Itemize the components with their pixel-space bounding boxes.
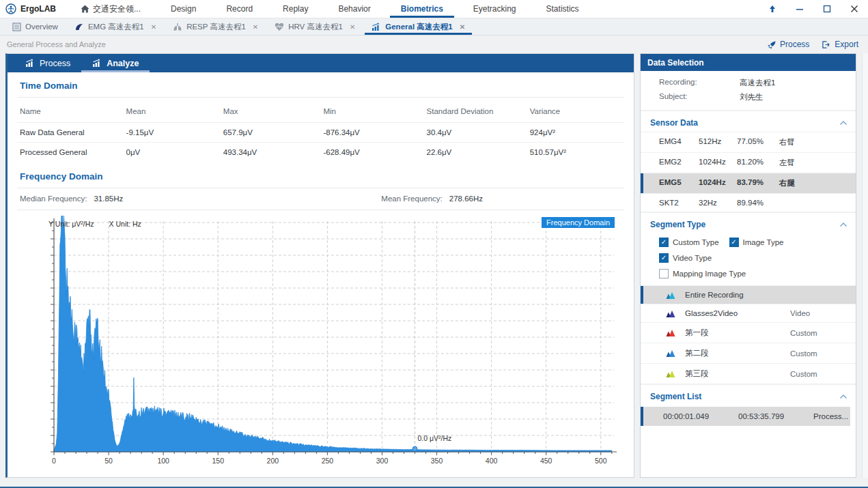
sensor-name: SKT2	[659, 199, 699, 207]
menu-bar: ErgoLAB 交通安全领...DesignRecordReplayBehavi…	[0, 0, 868, 18]
checkbox-checked-icon[interactable]: ✓	[659, 238, 669, 247]
sensor-name: EMG5	[659, 178, 699, 188]
sensor-quality: 83.79%	[737, 178, 779, 188]
data-selection-panel: Data Selection Recording: 高速去程1 Subject:…	[640, 53, 856, 478]
checkbox-label: Video Type	[673, 254, 712, 262]
doc-tab-label: HRV 高速去程1	[288, 22, 343, 32]
up-arrow-icon	[768, 5, 776, 13]
checkbox-video-type[interactable]: ✓Video Type	[659, 253, 712, 263]
x-axis-tick-label: 100	[157, 457, 169, 465]
checkbox-image-type[interactable]: ✓Image Type	[729, 238, 784, 247]
minimize-button[interactable]	[786, 0, 813, 18]
menu-item-label: Statistics	[546, 4, 579, 14]
table-cell: 657.9μV	[221, 123, 321, 143]
sensor-row-skt2[interactable]: SKT232Hz89.94%	[641, 193, 856, 212]
segment-item-2[interactable]: 第一段Custom	[641, 322, 856, 343]
segment-icon	[666, 369, 675, 378]
x-axis-tick-label: 450	[540, 457, 552, 465]
checkbox-mapping-image-type[interactable]: Mapping Image Type	[659, 269, 845, 278]
subject-label: Subject:	[659, 92, 740, 102]
checkbox-checked-icon[interactable]: ✓	[729, 238, 739, 247]
segment-item-3[interactable]: 第二段Custom	[641, 343, 856, 363]
menu-item-[interactable]: 交通安全领...	[66, 0, 156, 18]
close-tab-icon[interactable]: ✕	[151, 23, 156, 31]
doc-tab-label: General 高速去程1	[385, 22, 452, 32]
table-column-header: Variance	[527, 100, 624, 123]
process-button-label: Process	[780, 40, 809, 49]
x-axis-tick-label: 250	[322, 457, 334, 465]
segment-time-row[interactable]: 00:00:01.04900:53:35.799Process...	[641, 407, 850, 426]
chart-unit-labels: Y Unit: μV²/Hz X Unit: Hz	[48, 220, 141, 228]
menu-item-behavior[interactable]: Behavior	[323, 0, 385, 18]
checkbox-unchecked-icon[interactable]	[659, 269, 669, 278]
y-unit-label: Y Unit: μV²/Hz	[48, 220, 94, 228]
checkbox-checked-icon[interactable]: ✓	[659, 253, 669, 263]
x-unit-label: X Unit: Hz	[109, 220, 141, 228]
segment-label: 第二段	[685, 348, 709, 358]
checkbox-custom-type[interactable]: ✓Custom Type	[659, 238, 719, 247]
menu-item-biometrics[interactable]: Biometrics	[386, 0, 458, 18]
doc-tab-label: Overview	[25, 23, 58, 31]
segment-item-4[interactable]: 第三段Custom	[641, 363, 856, 384]
sensor-name: EMG4	[659, 137, 699, 147]
chart-legend-badge: Frequency Domain	[542, 217, 615, 228]
sensor-row-emg2[interactable]: EMG21024Hz81.20%左臂	[641, 152, 856, 173]
sensor-row-emg5[interactable]: EMG51024Hz83.79%右腿	[641, 173, 856, 193]
sensor-name: EMG2	[659, 158, 699, 168]
chevron-up-icon[interactable]	[839, 120, 848, 126]
segment-list-section-header[interactable]: Segment List	[641, 385, 856, 405]
vertical-scrollbar[interactable]	[862, 53, 868, 478]
spectrum-plot[interactable]: 0501001502002503003504004505000.0 μV²/Hz	[23, 216, 627, 470]
chart-icon	[92, 59, 102, 68]
menu-item-replay[interactable]: Replay	[268, 0, 323, 18]
export-button[interactable]: Export	[822, 40, 858, 49]
segment-type-section-header[interactable]: Segment Type	[641, 213, 856, 233]
sensor-data-title: Sensor Data	[650, 118, 698, 128]
mean-frequency-value: 278.66Hz	[449, 195, 483, 203]
close-tab-icon[interactable]: ✕	[350, 23, 355, 31]
doc-tab-overview[interactable]: Overview	[4, 18, 66, 35]
table-column-header: Max	[221, 100, 321, 123]
segment-item-0[interactable]: Entire Recording	[641, 285, 856, 304]
chevron-up-icon[interactable]	[839, 394, 848, 399]
menu-item-design[interactable]: Design	[156, 0, 211, 18]
x-axis-tick-label: 0	[52, 457, 56, 465]
doc-tab-general[interactable]: General 高速去程1✕	[363, 18, 473, 35]
panel-tab-analyze[interactable]: Analyze	[81, 54, 150, 72]
table-cell: 30.4μV	[424, 123, 527, 143]
menu-item-label: Behavior	[338, 4, 370, 14]
segment-item-1[interactable]: Glasses2VideoVideo	[641, 304, 856, 322]
sensor-data-section-header[interactable]: Sensor Data	[641, 111, 856, 132]
breadcrumb: General Process and Analyze	[7, 40, 106, 48]
median-frequency-value: 31.85Hz	[94, 195, 123, 203]
menu-item-statistics[interactable]: Statistics	[531, 0, 594, 18]
close-button[interactable]	[841, 0, 868, 18]
sensor-location: 左臂	[779, 158, 856, 168]
main-menu: 交通安全领...DesignRecordReplayBehaviorBiomet…	[66, 0, 594, 18]
frequency-stats: Median Frequency: 31.85Hz Mean Frequency…	[17, 188, 624, 210]
frequency-domain-chart[interactable]: 0501001502002503003504004505000.0 μV²/Hz…	[23, 216, 627, 477]
process-button[interactable]: Process	[768, 40, 809, 49]
doc-tab-resp[interactable]: RESP 高速去程1✕	[165, 18, 266, 35]
sensor-row-emg4[interactable]: EMG4512Hz77.05%右臂	[641, 132, 856, 152]
table-row: Processed General0μV493.34μV-628.49μV22.…	[17, 143, 624, 162]
menu-item-record[interactable]: Record	[211, 0, 268, 18]
chevron-up-icon[interactable]	[839, 222, 848, 227]
pin-up-button[interactable]	[759, 0, 786, 18]
maximize-button[interactable]	[813, 0, 841, 18]
emg-icon	[74, 23, 84, 31]
menu-item-eyetracking[interactable]: Eyetracking	[458, 0, 531, 18]
analysis-panel: ProcessAnalyze Time Domain NameMeanMaxMi…	[5, 53, 634, 478]
close-tab-icon[interactable]: ✕	[253, 23, 258, 31]
table-column-header: Name	[17, 100, 124, 123]
breadcrumb-row: General Process and Analyze Process Expo…	[0, 35, 868, 53]
sensor-quality: 89.94%	[737, 199, 779, 207]
doc-tab-hrv[interactable]: HRV 高速去程1✕	[266, 18, 363, 35]
sensor-rate: 32Hz	[699, 199, 737, 207]
sensor-location: 右臂	[779, 137, 856, 147]
panel-tab-process[interactable]: Process	[14, 54, 81, 72]
table-cell: 924μV²	[527, 123, 624, 143]
process-analyze-tabs: ProcessAnalyze	[8, 54, 634, 72]
doc-tab-emg[interactable]: EMG 高速去程1✕	[66, 18, 165, 35]
close-tab-icon[interactable]: ✕	[460, 23, 465, 31]
